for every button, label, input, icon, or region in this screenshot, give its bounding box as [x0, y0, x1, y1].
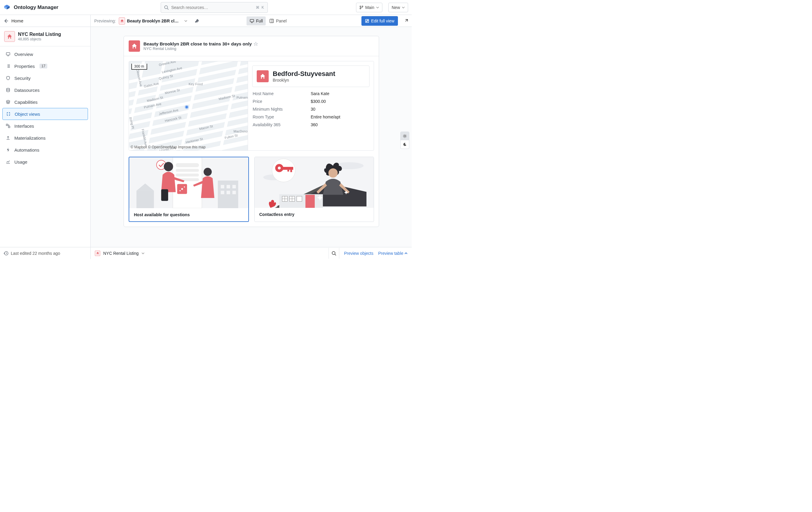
previewing-label: Previewing: [94, 19, 116, 23]
sidebar-item-security[interactable]: Security [2, 72, 88, 84]
feature-card-contactless-entry[interactable]: Contactless entry [254, 157, 374, 222]
svg-line-67 [406, 137, 406, 137]
card-icon [129, 40, 140, 52]
svg-rect-40 [232, 191, 236, 194]
desktop-icon [250, 19, 254, 23]
info-label: Availability 365 [253, 122, 311, 127]
sidebar-item-properties[interactable]: Properties 17 [2, 60, 88, 72]
search-icon [164, 5, 169, 10]
feature-illustration [255, 157, 374, 208]
theme-light-button[interactable] [401, 132, 409, 140]
home-icon [257, 70, 269, 82]
panel-icon [269, 19, 274, 23]
svg-marker-33 [137, 183, 154, 190]
footer-object-label[interactable]: NYC Rental Listing [103, 251, 139, 256]
sidebar-item-overview[interactable]: Overview [2, 48, 88, 60]
svg-point-29 [164, 162, 173, 171]
upload-icon [5, 135, 11, 140]
theme-toggle [400, 131, 409, 149]
preview-objects-link[interactable]: Preview objects [344, 251, 373, 256]
svg-point-61 [404, 135, 405, 137]
info-value: Entire home/apt [311, 115, 369, 119]
database-icon [5, 88, 11, 92]
svg-rect-36 [227, 185, 230, 188]
breadcrumb-home[interactable]: Home [11, 18, 23, 23]
svg-line-66 [404, 135, 404, 135]
branch-label: Main [365, 5, 374, 10]
map-widget[interactable]: 300 m Greene Ave Lexington Ave Quincy St… [129, 61, 248, 150]
branch-icon [359, 5, 364, 9]
sidebar-item-interfaces[interactable]: Interfaces [2, 120, 88, 132]
search-input[interactable] [171, 5, 254, 10]
feature-card-host-available[interactable]: Host available for questions [129, 157, 249, 222]
breadcrumb-section: Home [0, 15, 91, 27]
sidebar-header: NYC Rental Listing 48,895 objects [2, 29, 88, 44]
view-full-button[interactable]: Full [246, 17, 266, 25]
svg-point-31 [203, 168, 211, 176]
svg-point-27 [179, 190, 180, 191]
divider [0, 46, 90, 47]
features-row: Host available for questions [129, 157, 374, 222]
info-value: $300.00 [311, 99, 369, 104]
sidebar-item-datasources[interactable]: Datasources [2, 84, 88, 96]
sidebar-item-label: Datasources [14, 88, 39, 93]
sidebar-item-label: Overview [14, 52, 33, 57]
svg-rect-37 [232, 185, 236, 188]
back-arrow-icon[interactable] [4, 19, 8, 23]
sidebar-item-capabilities[interactable]: Capabilities [2, 96, 88, 108]
view-panel-button[interactable]: Panel [266, 17, 290, 25]
svg-rect-21 [176, 169, 199, 172]
sidebar-title: NYC Rental Listing [18, 32, 61, 37]
search-box[interactable]: ⌘ K [161, 2, 268, 13]
sidebar-subtitle: 48,895 objects [18, 37, 61, 41]
info-panel: Bedford-Stuyvesant Brooklyn Host Name Sa… [248, 61, 374, 150]
svg-point-2 [359, 6, 361, 7]
app-logo-icon [4, 4, 10, 11]
info-label: Minimum Nights [253, 107, 311, 112]
map-poi-label: Key Food [189, 82, 203, 86]
branch-selector[interactable]: Main [356, 3, 382, 12]
preview-table-link[interactable]: Preview table [378, 251, 407, 256]
preview-table-label: Preview table [378, 251, 403, 256]
svg-rect-46 [282, 167, 293, 170]
new-label: New [392, 5, 400, 10]
sidebar-item-label: Security [14, 76, 30, 81]
caret-down-icon [376, 6, 379, 9]
svg-rect-17 [6, 124, 8, 126]
history-icon [4, 251, 8, 256]
sidebar-item-label: Capabilities [14, 99, 38, 105]
grid-frame-icon [6, 112, 11, 116]
sidebar-item-usage[interactable]: Usage [2, 156, 88, 168]
content-area: Beauty Brooklyn 2BR close to trains 30+ … [91, 27, 412, 247]
sidebar-item-materializations[interactable]: Materializations [2, 132, 88, 144]
svg-line-68 [406, 135, 406, 135]
svg-point-3 [359, 8, 361, 9]
search-shortcut: ⌘ K [256, 5, 264, 9]
sidebar-item-object-views[interactable]: Object views [2, 108, 88, 120]
feature-illustration [129, 157, 248, 208]
expand-icon[interactable] [404, 19, 408, 23]
topbar: Ontology Manager ⌘ K Main New [0, 0, 412, 15]
app-title: Ontology Manager [14, 4, 58, 10]
caret-down-icon[interactable] [142, 252, 145, 255]
map-info-row: 300 m Greene Ave Lexington Ave Quincy St… [129, 61, 374, 151]
svg-rect-59 [305, 195, 315, 208]
caret-down-icon [402, 6, 405, 9]
preview-dropdown[interactable] [182, 17, 190, 25]
theme-dark-button[interactable] [401, 140, 409, 149]
view-panel-label: Panel [276, 19, 287, 23]
map-street-label: Greene Ave [158, 61, 176, 67]
map-pin-icon [184, 105, 189, 109]
star-icon[interactable] [254, 42, 258, 46]
preview-object-chip[interactable]: Beauty Brooklyn 2BR close … [119, 17, 179, 25]
edit-full-view-button[interactable]: Edit full view [361, 16, 398, 26]
map-scale: 300 m [132, 64, 147, 70]
svg-rect-58 [296, 196, 301, 201]
sidebar-item-automations[interactable]: Automations [2, 144, 88, 156]
map-attribution: © Mapbox © OpenStreetMap Improve this ma… [131, 145, 206, 149]
footer-search-button[interactable] [328, 248, 339, 259]
new-button[interactable]: New [388, 3, 408, 12]
pin-icon[interactable] [193, 17, 201, 25]
svg-rect-35 [221, 185, 224, 188]
footer-right: NYC Rental Listing Preview objects Previ… [91, 247, 412, 259]
